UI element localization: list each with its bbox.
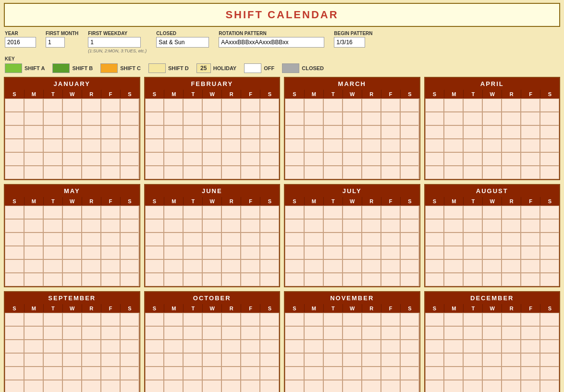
cal-cell bbox=[400, 98, 419, 112]
cal-cell bbox=[183, 152, 202, 166]
day-header-cell: M bbox=[444, 90, 463, 98]
year-input[interactable] bbox=[5, 37, 36, 48]
cal-cell bbox=[343, 353, 362, 367]
cal-cell bbox=[425, 112, 444, 125]
cal-cell bbox=[183, 326, 202, 340]
cal-cell bbox=[343, 139, 362, 152]
cal-cell bbox=[202, 313, 221, 326]
cal-cell bbox=[101, 273, 120, 286]
cal-cell bbox=[202, 273, 221, 286]
day-headers-december: SMTWRFS bbox=[425, 304, 560, 313]
cal-cell bbox=[362, 112, 381, 125]
month-header-march: MARCH bbox=[285, 78, 419, 90]
day-header-cell: S bbox=[540, 197, 559, 206]
cal-cell bbox=[540, 313, 559, 326]
cal-cell bbox=[145, 273, 164, 286]
cal-cell bbox=[183, 206, 202, 219]
cal-cell bbox=[362, 273, 381, 286]
day-header-cell: W bbox=[62, 197, 82, 206]
cal-cell bbox=[343, 206, 362, 219]
day-header-cell: W bbox=[482, 304, 502, 313]
cal-cell bbox=[120, 166, 139, 179]
cal-cell bbox=[202, 152, 221, 166]
cal-cell bbox=[221, 380, 241, 392]
cal-cell bbox=[343, 233, 362, 246]
day-header-cell: R bbox=[82, 90, 101, 98]
begin-pattern-input[interactable] bbox=[334, 37, 365, 48]
cal-cell bbox=[323, 219, 343, 233]
cal-cell bbox=[5, 380, 24, 392]
cal-cell bbox=[221, 367, 241, 380]
day-header-cell: R bbox=[502, 90, 521, 98]
cal-cell bbox=[120, 367, 139, 380]
cal-cell bbox=[82, 98, 101, 112]
cal-cell bbox=[164, 125, 183, 139]
cal-cell bbox=[62, 259, 82, 273]
day-header-cell: M bbox=[304, 90, 323, 98]
cal-cell bbox=[362, 166, 381, 179]
cal-cell bbox=[221, 273, 241, 286]
cal-cell bbox=[285, 340, 304, 353]
cal-cell bbox=[381, 166, 400, 179]
cal-cell bbox=[381, 340, 400, 353]
cal-cell bbox=[381, 326, 400, 340]
day-header-cell: R bbox=[82, 304, 101, 313]
first-month-input[interactable] bbox=[46, 37, 65, 48]
cal-cell bbox=[241, 340, 260, 353]
rotation-pattern-input[interactable] bbox=[219, 37, 324, 48]
shift-d-swatch bbox=[148, 63, 166, 73]
cal-cell bbox=[260, 353, 279, 367]
cal-cell bbox=[82, 112, 101, 125]
cal-cell bbox=[164, 273, 183, 286]
closed-input[interactable] bbox=[156, 37, 209, 48]
day-header-cell: S bbox=[425, 90, 444, 98]
cal-cell bbox=[221, 166, 241, 179]
cal-cell bbox=[304, 125, 323, 139]
cal-cell bbox=[82, 353, 101, 367]
cal-cell bbox=[5, 246, 24, 259]
month-block-march: MARCHSMTWRFS bbox=[284, 77, 420, 180]
cal-cell bbox=[221, 125, 241, 139]
cal-cell bbox=[304, 259, 323, 273]
cal-cell bbox=[425, 313, 444, 326]
cal-cell bbox=[463, 326, 482, 340]
first-weekday-hint: (1:SUN, 2:MON, 3:TUES, etc.) bbox=[88, 49, 147, 53]
cal-cell bbox=[101, 313, 120, 326]
cal-cell bbox=[482, 152, 502, 166]
cal-cell bbox=[444, 98, 463, 112]
cal-cell bbox=[425, 219, 444, 233]
cal-cell bbox=[304, 219, 323, 233]
first-weekday-input[interactable] bbox=[88, 37, 141, 48]
cal-cell bbox=[101, 125, 120, 139]
month-header-october: OCTOBER bbox=[145, 292, 280, 304]
cal-cell bbox=[5, 340, 24, 353]
cal-cell bbox=[145, 326, 164, 340]
day-header-cell: R bbox=[362, 304, 381, 313]
cal-cell bbox=[164, 367, 183, 380]
cal-cell bbox=[260, 139, 279, 152]
cal-cell bbox=[362, 152, 381, 166]
cal-cell bbox=[183, 112, 202, 125]
cal-cell bbox=[482, 313, 502, 326]
cal-cell bbox=[343, 340, 362, 353]
cal-cell bbox=[502, 233, 521, 246]
cal-cell bbox=[82, 206, 101, 219]
cal-cell bbox=[425, 273, 444, 286]
month-block-january: JANUARYSMTWRFS bbox=[4, 77, 140, 180]
cal-cell bbox=[304, 246, 323, 259]
cal-cell bbox=[502, 206, 521, 219]
day-header-cell: F bbox=[101, 90, 120, 98]
day-header-cell: W bbox=[202, 197, 221, 206]
cal-cell bbox=[164, 259, 183, 273]
cal-cell bbox=[482, 380, 502, 392]
cal-cell bbox=[444, 313, 463, 326]
cal-cell bbox=[260, 166, 279, 179]
cal-cell bbox=[260, 206, 279, 219]
cal-cell bbox=[285, 353, 304, 367]
cal-cell bbox=[482, 219, 502, 233]
cal-cell bbox=[260, 313, 279, 326]
cal-cell bbox=[120, 125, 139, 139]
cal-cell bbox=[381, 246, 400, 259]
cal-cell bbox=[82, 233, 101, 246]
first-month-label: FIRST MONTH bbox=[46, 31, 78, 36]
